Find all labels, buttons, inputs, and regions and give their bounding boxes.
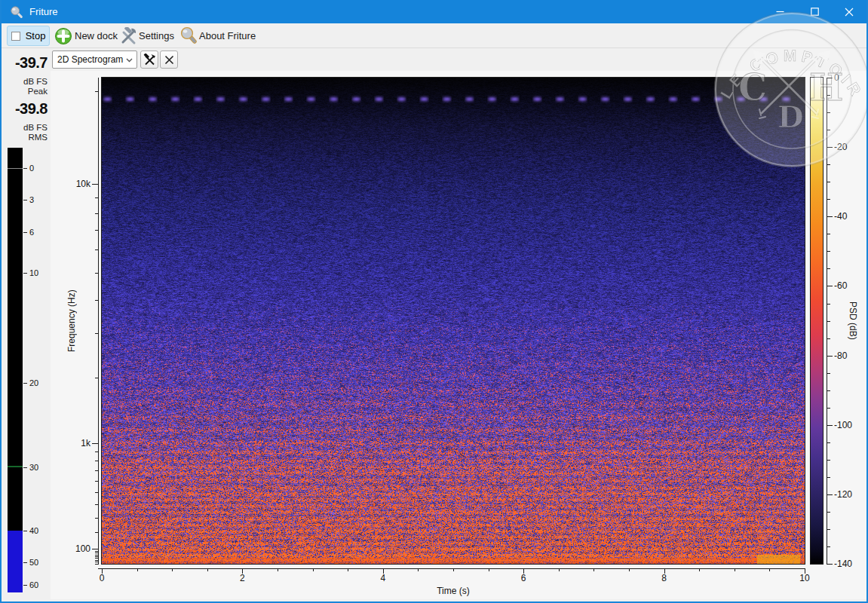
psd-tick <box>827 546 830 547</box>
psd-tick <box>827 373 830 374</box>
psd-tick <box>827 304 830 305</box>
psd-tick <box>827 199 830 200</box>
close-icon <box>845 8 854 17</box>
toolbar: Stop New dock Settings About Friture <box>2 23 866 48</box>
maximize-button[interactable] <box>797 0 832 23</box>
titlebar: Friture <box>2 0 866 23</box>
psd-tick <box>827 512 830 513</box>
widget-type-select[interactable]: 2D Spectrogram <box>52 51 137 69</box>
maximize-icon <box>811 8 819 16</box>
meter-tick <box>23 168 27 169</box>
psd-tick <box>827 425 833 426</box>
psd-tick <box>827 460 830 461</box>
microphone-app-icon <box>10 5 23 19</box>
meter-tick-label: 3 <box>29 194 34 205</box>
meter-tick <box>23 531 27 531</box>
stop-button-label: Stop <box>26 30 46 41</box>
meter-scale: 036102030405060 <box>23 148 50 592</box>
meter-tick <box>23 383 27 384</box>
time-tick <box>172 568 173 571</box>
dock-close-button[interactable] <box>160 51 178 69</box>
x-axis-title: Time (s) <box>102 586 805 596</box>
level-meter-bar <box>8 148 23 592</box>
psd-tick <box>827 164 830 165</box>
time-tick <box>453 568 454 571</box>
psd-tick <box>827 147 833 148</box>
time-tick-label: 2 <box>227 573 257 583</box>
psd-tick <box>827 477 830 478</box>
psd-tick <box>827 112 830 113</box>
psd-tick-label: -80 <box>834 350 847 361</box>
widget-type-value: 2D Spectrogram <box>57 54 123 65</box>
psd-tick-label: -60 <box>834 280 847 291</box>
psd-tick <box>827 251 830 252</box>
psd-tick-label: -20 <box>834 142 847 152</box>
stop-button[interactable]: Stop <box>7 26 50 46</box>
time-tick <box>207 568 208 571</box>
meter-tick-label: 40 <box>29 525 38 536</box>
settings-tools-icon <box>119 27 137 45</box>
meter-tick-label: 20 <box>29 378 38 388</box>
window-controls <box>762 0 866 23</box>
level-panel: -39.7 dB FS Peak -39.8 dB FS RMS 0361020… <box>2 48 51 599</box>
meter-tick <box>23 467 27 468</box>
time-tick <box>313 568 314 571</box>
spectrogram-canvas <box>102 78 805 564</box>
meter-tick-label: 60 <box>29 580 38 590</box>
psd-tick <box>827 338 830 339</box>
meter-tick-label: 30 <box>29 462 38 473</box>
minimize-icon <box>776 8 784 16</box>
psd-tick <box>827 390 830 391</box>
time-tick <box>735 568 735 571</box>
psd-tick <box>827 268 830 269</box>
meter-tick <box>23 585 27 586</box>
psd-tick <box>827 442 830 443</box>
spectrogram-plot <box>101 77 805 565</box>
close-button[interactable] <box>832 0 866 23</box>
psd-tick-label: -40 <box>834 211 847 222</box>
spectrogram-widget: Frequency (Hz) 10k1k100 0246810 Time (s)… <box>51 71 868 599</box>
time-tick <box>769 568 770 571</box>
freq-axis: 10k1k100 <box>51 78 98 564</box>
tools-icon <box>143 54 156 66</box>
psd-tick <box>827 321 830 322</box>
peak-level-label: Peak <box>28 87 48 96</box>
time-tick <box>278 568 278 571</box>
time-tick-label: 4 <box>368 573 398 583</box>
psd-tick <box>827 78 833 78</box>
meter-tick <box>23 200 27 200</box>
freq-tick-label: 100 <box>51 543 90 554</box>
new-dock-button[interactable]: New dock <box>75 23 118 48</box>
dock-header: 2D Spectrogram <box>2 48 866 71</box>
meter-tick <box>23 232 27 233</box>
psd-tick <box>827 182 830 182</box>
time-tick <box>489 568 489 571</box>
about-microphone-icon <box>180 26 198 45</box>
psd-tick <box>827 564 833 565</box>
peak-level-value: -39.7 <box>15 54 48 72</box>
about-friture-button[interactable]: About Friture <box>199 23 256 48</box>
psd-tick <box>827 216 833 217</box>
settings-button[interactable]: Settings <box>139 23 174 48</box>
time-tick <box>629 568 630 571</box>
psd-tick <box>827 356 833 357</box>
chevron-down-icon <box>126 58 133 63</box>
time-tick <box>699 568 700 571</box>
dock-settings-button[interactable] <box>140 51 158 69</box>
freq-tick <box>92 443 98 444</box>
rms-level-unit: dB FS <box>23 123 48 132</box>
time-tick-label: 0 <box>87 573 117 583</box>
time-tick <box>593 568 594 571</box>
minimize-button[interactable] <box>762 0 797 23</box>
record-checkbox-icon[interactable] <box>11 32 20 41</box>
meter-tick-label: 0 <box>29 163 34 173</box>
meter-level-fill <box>8 531 23 592</box>
freq-axis-line <box>98 78 99 565</box>
peak-level-unit: dB FS <box>23 77 48 86</box>
freq-tick <box>92 549 98 549</box>
meter-peak-marker <box>8 466 23 467</box>
close-icon <box>164 55 174 65</box>
psd-tick <box>827 234 830 234</box>
psd-tick <box>827 130 830 130</box>
time-tick <box>559 568 560 571</box>
